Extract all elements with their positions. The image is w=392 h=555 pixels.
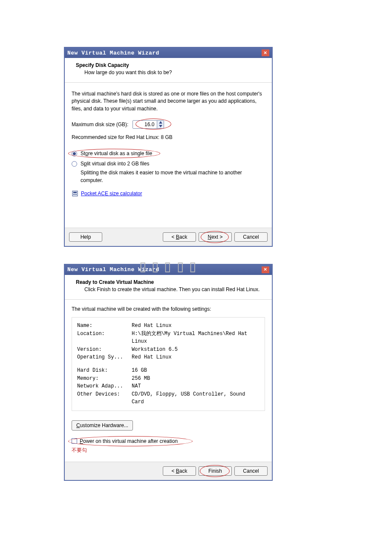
table-row: Other Devices:CD/DVD, Floppy, USB Contro… [77,390,259,406]
table-row: Memory:256 MB [77,375,259,383]
titlebar: New Virtual Machine Wizard × [65,265,272,275]
svg-rect-2 [73,194,74,195]
max-disk-spinner[interactable] [133,120,164,129]
radio-label: Split virtual disk into 2 GB files [81,161,149,167]
wizard-subheading: How large do you want this disk to be? [72,69,265,76]
wizard-subheading: Click Finish to create the virtual machi… [72,286,265,293]
checkbox-icon [72,438,77,444]
help-button[interactable]: Help [69,232,102,242]
disk-explain-text: The virtual machine's hard disk is store… [72,90,265,113]
close-icon[interactable]: × [262,266,269,273]
svg-rect-3 [75,194,75,195]
titlebar: New Virtual Machine Wizard × [65,48,272,58]
dialog-ready-to-create: ▯ ▯ ▯ ▯ ▯ New Virtual Machine Wizard × R… [64,264,273,481]
radio-icon [72,161,77,167]
radio-store-single-file[interactable]: Store virtual disk as a single file [72,150,265,156]
wizard-heading: Ready to Create Virtual Machine [72,279,265,285]
table-row: Hard Disk:16 GB [77,367,259,375]
recommended-size-text: Recommended size for Red Hat Linux: 8 GB [72,134,265,141]
radio-label: Store virtual disk as a single file [81,150,152,156]
wizard-header: Ready to Create Virtual Machine Click Fi… [65,275,272,300]
table-row: Version:Workstation 6.5 [77,346,259,354]
table-row: Name:Red Hat Linux [77,322,259,330]
annotation-do-not-check: 不要勾 [72,447,265,454]
cancel-button[interactable]: Cancel [234,466,268,476]
spinner-up-icon[interactable] [157,121,164,124]
window-title: New Virtual Machine Wizard [67,266,159,273]
settings-intro-text: The virtual machine will be created with… [72,306,265,313]
table-row: Location:H:\我的文档\My Virtual Machines\Red… [77,330,259,346]
cancel-button[interactable]: Cancel [234,232,268,242]
settings-summary: Name:Red Hat Linux Location:H:\我的文档\My V… [72,317,265,411]
back-button[interactable]: < Back [163,466,196,476]
customize-hardware-button[interactable]: Customize Hardware... [72,420,133,431]
dialog-specify-disk-capacity: New Virtual Machine Wizard × Specify Dis… [64,47,273,247]
wizard-heading: Specify Disk Capacity [72,62,265,68]
finish-button[interactable]: Finish [199,466,232,476]
table-row: Operating Sy...Red Hat Linux [77,353,259,361]
back-button[interactable]: < Back [163,232,196,242]
spinner-down-icon[interactable] [157,124,164,128]
checkbox-label: Power on this virtual machine after crea… [80,438,178,444]
svg-rect-0 [72,191,78,196]
calculator-icon [72,190,78,197]
table-row: Network Adap...NAT [77,382,259,390]
max-disk-input[interactable] [133,121,157,128]
next-button[interactable]: Next > [199,232,232,242]
wizard-header: Specify Disk Capacity How large do you w… [65,58,272,83]
svg-rect-1 [73,192,77,193]
radio-icon [72,151,77,156]
radio-split-disk[interactable]: Split virtual disk into 2 GB files [72,161,265,167]
max-disk-label: Maximum disk size (GB): [72,121,128,127]
split-note-text: Splitting the disk makes it easier to mo… [72,169,265,184]
close-icon[interactable]: × [262,49,269,56]
window-title: New Virtual Machine Wizard [67,50,159,56]
pocket-ace-link[interactable]: Pocket ACE size calculator [81,191,142,197]
checkbox-power-on-after-creation[interactable]: Power on this virtual machine after crea… [72,438,265,444]
svg-rect-4 [76,194,77,195]
